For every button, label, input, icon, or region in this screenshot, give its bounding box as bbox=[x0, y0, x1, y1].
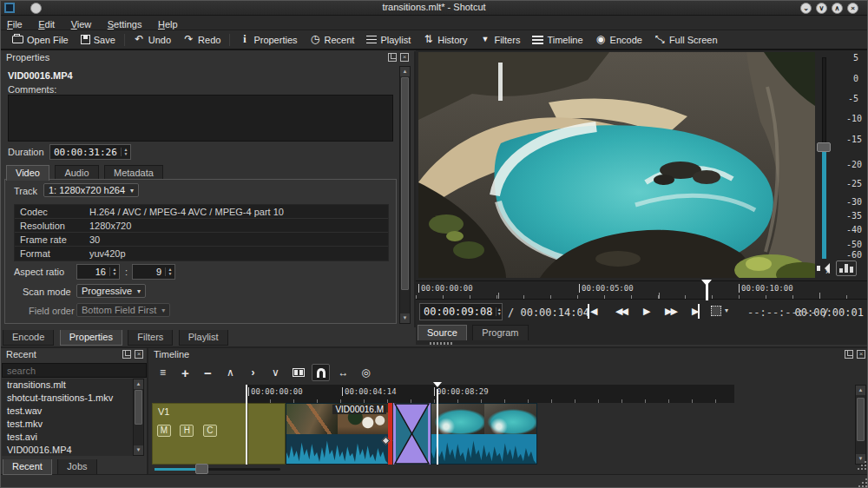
tab-video[interactable]: Video bbox=[6, 165, 49, 181]
menu-file[interactable]: File bbox=[1, 17, 29, 30]
trim-marker[interactable] bbox=[388, 403, 392, 465]
redo-button[interactable]: ↷Redo bbox=[177, 32, 227, 47]
loop-range-button[interactable] bbox=[711, 306, 721, 316]
field-order-dropdown[interactable]: Bottom Field First▾ bbox=[76, 303, 170, 317]
scroll-down-icon[interactable]: ▼ bbox=[400, 313, 410, 323]
timeline-ruler[interactable]: 00:00:00:00 00:00:04:14 00:00:08:29 bbox=[247, 385, 734, 403]
window-close-button[interactable]: × bbox=[847, 3, 858, 14]
open-file-button[interactable]: Open File bbox=[6, 33, 75, 47]
aspect-height-spinbox[interactable]: 9 ▲▼ bbox=[132, 264, 175, 280]
scrub-while-dragging-button[interactable]: ↔ bbox=[334, 364, 352, 381]
video-preview[interactable] bbox=[418, 52, 815, 278]
dock-tab-playlist[interactable]: Playlist bbox=[179, 330, 228, 346]
ripple-delete-button[interactable]: − bbox=[199, 364, 217, 381]
duration-spinbox[interactable]: 00:00:31:26 ▲▼ bbox=[49, 144, 131, 160]
tab-program[interactable]: Program bbox=[472, 325, 528, 340]
track-hide-button[interactable]: H bbox=[180, 425, 194, 437]
encode-button[interactable]: ◉Encode bbox=[589, 32, 648, 47]
dock-tab-recent[interactable]: Recent bbox=[3, 459, 52, 475]
float-panel-icon[interactable] bbox=[388, 53, 397, 62]
track-mute-button[interactable]: M bbox=[157, 425, 171, 437]
timeline-menu-button[interactable]: ≡ bbox=[154, 364, 172, 381]
fast-forward-button[interactable]: ▶▶ bbox=[661, 304, 680, 319]
recent-button[interactable]: ◷Recent bbox=[304, 32, 361, 47]
close-panel-icon[interactable]: × bbox=[857, 350, 865, 359]
panel-resize-grip[interactable] bbox=[857, 460, 867, 471]
comments-textarea[interactable] bbox=[8, 95, 393, 142]
properties-button[interactable]: iProperties bbox=[233, 32, 303, 47]
tab-source[interactable]: Source bbox=[418, 325, 467, 340]
position-spinbox[interactable]: 00:00:09:08 ▲▼ bbox=[419, 303, 503, 320]
dock-tab-properties[interactable]: Properties bbox=[60, 330, 122, 346]
save-button[interactable]: Save bbox=[75, 33, 122, 47]
timeline-button[interactable]: Timeline bbox=[526, 33, 589, 47]
player-ruler[interactable]: 00:00:00:00 00:00:05:00 00:00:10:00 bbox=[416, 280, 868, 300]
scrollbar-thumb[interactable] bbox=[401, 77, 409, 290]
skip-previous-button[interactable]: ◀ bbox=[588, 304, 599, 319]
playlist-button[interactable]: Playlist bbox=[360, 33, 417, 47]
dock-tab-jobs[interactable]: Jobs bbox=[57, 459, 96, 475]
float-panel-icon[interactable] bbox=[122, 350, 131, 359]
list-item[interactable]: test.mkv bbox=[2, 418, 134, 431]
lift-button[interactable]: ∧ bbox=[221, 364, 240, 381]
aspect-height-arrows[interactable]: ▲▼ bbox=[165, 267, 174, 276]
properties-scrollbar[interactable]: ▲ ▼ bbox=[399, 66, 411, 324]
recent-scrollbar[interactable]: ▲ ▼ bbox=[133, 379, 144, 456]
list-item[interactable]: test.avi bbox=[2, 431, 134, 444]
clip-transition[interactable] bbox=[393, 403, 431, 465]
dock-tab-filters[interactable]: Filters bbox=[128, 330, 173, 346]
rewind-button[interactable]: ◀◀ bbox=[612, 304, 630, 319]
timeline-zoom-slider-handle[interactable] bbox=[195, 464, 208, 474]
scan-mode-dropdown[interactable]: Progressive▾ bbox=[76, 284, 146, 298]
chevron-down-icon[interactable]: ▾ bbox=[725, 307, 728, 314]
aspect-width-spinbox[interactable]: 16 ▲▼ bbox=[76, 264, 120, 280]
timeline-scrollbar[interactable]: ▲ ▼ bbox=[855, 385, 866, 465]
window-resize-grip[interactable] bbox=[858, 478, 868, 488]
close-panel-icon[interactable]: × bbox=[135, 350, 143, 359]
menu-view[interactable]: View bbox=[65, 17, 98, 30]
window-maximize-button[interactable]: ∧ bbox=[832, 3, 843, 14]
splitter-handle[interactable] bbox=[430, 342, 452, 345]
menu-edit[interactable]: Edit bbox=[32, 17, 61, 30]
volume-slider-fill[interactable] bbox=[822, 152, 826, 259]
window-shade-button[interactable]: ⌄ bbox=[800, 3, 812, 14]
scroll-down-icon[interactable]: ▼ bbox=[134, 445, 143, 455]
menu-settings[interactable]: Settings bbox=[102, 17, 148, 30]
float-panel-icon[interactable] bbox=[845, 350, 853, 359]
split-playhead-button[interactable]: ∨ bbox=[266, 364, 285, 381]
scrollbar-thumb[interactable] bbox=[857, 398, 865, 441]
mute-button[interactable]: × bbox=[817, 262, 832, 275]
player-playhead-head[interactable] bbox=[701, 280, 712, 291]
markers-button[interactable] bbox=[289, 364, 307, 381]
clip-00006mts[interactable] bbox=[431, 403, 537, 465]
scroll-up-icon[interactable]: ▲ bbox=[856, 386, 865, 395]
position-spin-arrows[interactable]: ▲▼ bbox=[496, 307, 502, 316]
ripple-all-tracks-button[interactable]: ◎ bbox=[357, 364, 375, 381]
dock-tab-encode[interactable]: Encode bbox=[3, 330, 54, 346]
aspect-width-arrows[interactable]: ▲▼ bbox=[109, 267, 119, 276]
scroll-up-icon[interactable]: ▲ bbox=[134, 379, 143, 389]
volume-slider-handle[interactable] bbox=[817, 142, 831, 152]
scrollbar-thumb[interactable] bbox=[135, 390, 142, 425]
filters-button[interactable]: ▼Filters bbox=[473, 32, 526, 47]
duration-spin-arrows[interactable]: ▲▼ bbox=[121, 148, 130, 156]
window-minimize-button[interactable]: ∨ bbox=[816, 3, 827, 14]
append-button[interactable]: + bbox=[176, 364, 194, 381]
overwrite-button[interactable]: › bbox=[244, 364, 262, 381]
volume-slider-track-upper[interactable] bbox=[822, 57, 826, 149]
track-dropdown[interactable]: 1: 1280x720 h264▾ bbox=[43, 183, 139, 197]
track-head-v1[interactable]: V1 M H C bbox=[152, 403, 247, 465]
play-button[interactable]: ▶ bbox=[640, 304, 652, 319]
list-item[interactable]: VID00016.MP4 bbox=[2, 444, 134, 456]
audio-peak-meter-button[interactable] bbox=[836, 260, 857, 276]
snap-toggle-button[interactable] bbox=[312, 364, 330, 381]
clip-blank[interactable] bbox=[247, 403, 286, 465]
list-item[interactable]: shotcut-transitions-1.mkv bbox=[2, 392, 134, 405]
undo-button[interactable]: ↶Undo bbox=[128, 32, 177, 47]
list-item[interactable]: transitions.mlt bbox=[2, 379, 134, 392]
history-button[interactable]: ⇅History bbox=[417, 32, 473, 47]
clip-vid00016[interactable]: VID00016.M bbox=[286, 403, 389, 465]
close-panel-icon[interactable]: × bbox=[400, 53, 409, 62]
search-input[interactable] bbox=[2, 363, 147, 378]
list-item[interactable]: test.wav bbox=[2, 405, 134, 418]
